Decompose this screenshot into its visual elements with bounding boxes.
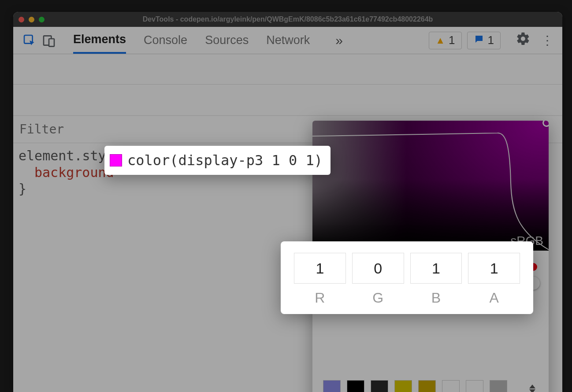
tabs-overflow-icon[interactable]: » bbox=[335, 33, 343, 48]
channel-b: B bbox=[410, 253, 462, 306]
warnings-count: 1 bbox=[449, 33, 455, 47]
minimize-button[interactable] bbox=[29, 17, 34, 22]
channel-input-a[interactable] bbox=[468, 253, 520, 284]
palette-switcher-icon[interactable] bbox=[527, 385, 538, 392]
more-menu-icon[interactable]: ⋮ bbox=[541, 33, 554, 48]
traffic-lights bbox=[19, 17, 45, 22]
tab-console[interactable]: Console bbox=[144, 27, 187, 54]
maximize-button[interactable] bbox=[39, 17, 45, 22]
channel-g: G bbox=[352, 253, 404, 306]
issues-badge[interactable]: 1 bbox=[467, 32, 501, 49]
palette-swatch[interactable] bbox=[394, 380, 412, 392]
tab-sources[interactable]: Sources bbox=[205, 27, 249, 54]
divider bbox=[13, 84, 562, 85]
color-swatch-icon[interactable] bbox=[110, 154, 122, 166]
palette-row bbox=[323, 380, 538, 392]
spectrum-thumb[interactable] bbox=[542, 121, 549, 127]
palette-swatch[interactable] bbox=[347, 380, 364, 392]
panel-tabs: Elements Console Sources Network » bbox=[73, 27, 426, 54]
palette-swatch[interactable] bbox=[466, 380, 483, 392]
color-spectrum[interactable]: sRGB bbox=[312, 121, 549, 251]
channel-label: G bbox=[372, 290, 383, 306]
device-toolbar-icon[interactable] bbox=[41, 32, 57, 49]
close-button[interactable] bbox=[19, 17, 24, 22]
warnings-badge[interactable]: ▲ 1 bbox=[429, 32, 461, 49]
channel-input-g[interactable] bbox=[352, 253, 404, 284]
gamut-outline bbox=[312, 121, 549, 251]
channel-r: R bbox=[294, 253, 346, 306]
settings-icon[interactable] bbox=[516, 31, 531, 49]
toolbar-badges: ▲ 1 1 bbox=[429, 32, 501, 49]
toolbar: Elements Console Sources Network » ▲ 1 1… bbox=[13, 27, 562, 54]
channel-input-b[interactable] bbox=[410, 253, 462, 284]
inspect-element-icon[interactable] bbox=[21, 32, 38, 49]
palette-swatch[interactable] bbox=[490, 380, 507, 392]
channel-label: A bbox=[489, 290, 498, 306]
issues-icon bbox=[474, 34, 484, 47]
svg-rect-2 bbox=[49, 39, 54, 46]
titlebar: DevTools - codepen.io/argyleink/pen/QWBg… bbox=[13, 12, 562, 27]
warning-icon: ▲ bbox=[435, 35, 445, 46]
palette-swatch[interactable] bbox=[323, 380, 341, 392]
palette-swatch[interactable] bbox=[371, 380, 388, 392]
channel-input-r[interactable] bbox=[294, 253, 346, 284]
window-title: DevTools - codepen.io/argyleink/pen/QWBg… bbox=[13, 15, 562, 23]
tab-elements[interactable]: Elements bbox=[73, 27, 126, 54]
tab-network[interactable]: Network bbox=[266, 27, 310, 54]
palette-swatch[interactable] bbox=[442, 380, 460, 392]
channel-label: B bbox=[431, 290, 441, 306]
color-value-popover: color(display-p3 1 0 1) bbox=[104, 146, 331, 175]
color-palette bbox=[312, 370, 549, 392]
palette-swatch[interactable] bbox=[418, 380, 436, 392]
channel-a: A bbox=[468, 253, 520, 306]
channel-label: R bbox=[315, 290, 325, 306]
devtools-window: DevTools - codepen.io/argyleink/pen/QWBg… bbox=[13, 12, 562, 392]
color-value-text[interactable]: color(display-p3 1 0 1) bbox=[127, 152, 323, 169]
rgba-inputs: RGBA bbox=[281, 241, 533, 314]
content-area: element.style { background } sRGB bbox=[13, 54, 562, 392]
issues-count: 1 bbox=[488, 33, 494, 47]
